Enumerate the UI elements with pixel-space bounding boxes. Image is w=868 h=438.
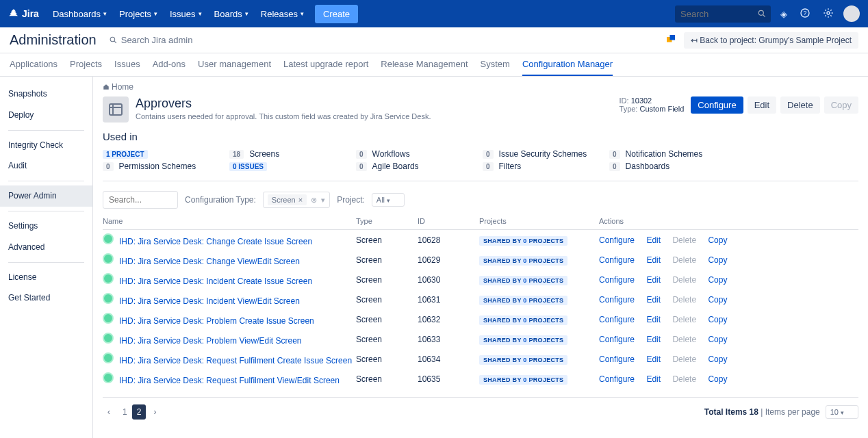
row-name-link[interactable]: IHD: Jira Service Desk: Problem View/Edi… — [119, 336, 302, 346]
global-search-input[interactable] — [675, 5, 771, 23]
edit-button[interactable]: Edit — [748, 96, 776, 114]
header-bar: Administration Search Jira admin ↤ Back … — [0, 27, 868, 53]
shared-badge: SHARED BY 0 PROJECTS — [479, 256, 567, 266]
sidebar-item-power-admin[interactable]: Power Admin — [0, 185, 92, 207]
nav-item-issues[interactable]: Issues▾ — [164, 5, 207, 23]
admin-tab-projects[interactable]: Projects — [70, 53, 102, 76]
breadcrumb-home[interactable]: Home — [103, 82, 133, 92]
row-edit-link[interactable]: Edit — [646, 275, 661, 285]
row-edit-link[interactable]: Edit — [646, 374, 661, 384]
delete-button[interactable]: Delete — [780, 96, 820, 114]
stat-item[interactable]: 0Agile Boards — [356, 160, 483, 172]
chevron-down-icon: ▾ — [199, 10, 202, 17]
stat-item[interactable]: 0 ISSUES — [229, 160, 356, 172]
row-edit-link[interactable]: Edit — [646, 235, 661, 245]
row-copy-link[interactable]: Copy — [708, 235, 727, 245]
project-select[interactable]: All▾ — [372, 193, 405, 207]
sidebar-item-advanced[interactable]: Advanced — [0, 237, 92, 258]
row-edit-link[interactable]: Edit — [646, 295, 661, 305]
clear-icon[interactable]: ⊗ — [311, 196, 317, 205]
row-configure-link[interactable]: Configure — [599, 355, 635, 364]
row-copy-link[interactable]: Copy — [708, 275, 727, 285]
row-configure-link[interactable]: Configure — [599, 335, 635, 344]
admin-tab-user-management[interactable]: User management — [198, 53, 271, 76]
row-name-link[interactable]: IHD: Jira Service Desk: Problem Create I… — [119, 316, 314, 326]
row-name-link[interactable]: IHD: Jira Service Desk: Request Fulfilme… — [119, 376, 340, 385]
admin-tab-applications[interactable]: Applications — [10, 53, 58, 76]
stat-item[interactable]: 0Dashboards — [609, 160, 736, 172]
sidebar-item-get-started[interactable]: Get Started — [0, 287, 92, 309]
admin-tab-system[interactable]: System — [481, 53, 510, 76]
configure-button[interactable]: Configure — [691, 96, 743, 114]
row-copy-link[interactable]: Copy — [708, 355, 727, 364]
row-edit-link[interactable]: Edit — [646, 255, 661, 265]
close-icon[interactable]: × — [298, 196, 303, 204]
row-copy-link[interactable]: Copy — [708, 295, 727, 305]
help-icon[interactable]: ? — [797, 5, 813, 23]
row-name-link[interactable]: IHD: Jira Service Desk: Request Fulfilme… — [119, 356, 352, 365]
row-configure-link[interactable]: Configure — [599, 374, 635, 384]
stat-item[interactable]: 1 PROJECT — [103, 148, 229, 160]
admin-tab-add-ons[interactable]: Add-ons — [153, 53, 186, 76]
row-edit-link[interactable]: Edit — [646, 315, 661, 324]
pager-next[interactable]: › — [149, 404, 161, 420]
admin-tab-latest-upgrade-report[interactable]: Latest upgrade report — [283, 53, 368, 76]
avatar[interactable] — [843, 5, 860, 22]
stat-item[interactable]: 18Screens — [229, 148, 356, 160]
sidebar-item-deploy[interactable]: Deploy — [0, 105, 92, 126]
chevron-down-icon: ▾ — [245, 10, 248, 17]
chevron-down-icon[interactable]: ▾ — [321, 196, 325, 205]
conf-type-select[interactable]: Screen× ⊗ ▾ — [263, 192, 330, 208]
pager-prev[interactable]: ‹ — [103, 404, 115, 420]
stat-item[interactable]: 0Permission Schemes — [103, 160, 229, 172]
admin-tab-configuration-manager[interactable]: Configuration Manager — [522, 53, 613, 76]
admin-tab-release-management[interactable]: Release Management — [381, 53, 468, 76]
stat-item[interactable]: 0Issue Security Schemes — [483, 148, 609, 160]
stat-item[interactable]: 0Filters — [483, 160, 609, 172]
entity-id: 10302 — [631, 96, 652, 105]
nav-item-projects[interactable]: Projects▾ — [114, 5, 163, 23]
nav-item-dashboards[interactable]: Dashboards▾ — [47, 5, 112, 23]
stat-item[interactable]: 0Notification Schemes — [609, 148, 736, 160]
copy-button[interactable]: Copy — [824, 96, 858, 114]
row-copy-link[interactable]: Copy — [708, 255, 727, 265]
sidebar-item-settings[interactable]: Settings — [0, 216, 92, 237]
row-copy-link[interactable]: Copy — [708, 315, 727, 324]
nav-label: Dashboards — [53, 9, 101, 19]
admin-tab-issues[interactable]: Issues — [114, 53, 140, 76]
sidebar-item-integrity-check[interactable]: Integrity Check — [0, 135, 92, 156]
row-name-link[interactable]: IHD: Jira Service Desk: Incident View/Ed… — [119, 296, 300, 306]
pager-page-1[interactable]: 1 — [118, 404, 132, 420]
row-copy-link[interactable]: Copy — [708, 335, 727, 344]
sidebar-item-snapshots[interactable]: Snapshots — [0, 83, 92, 105]
sidebar-item-license[interactable]: License — [0, 267, 92, 288]
row-copy-link[interactable]: Copy — [708, 374, 727, 384]
nav-item-boards[interactable]: Boards▾ — [209, 5, 254, 23]
back-to-project-link[interactable]: ↤ Back to project: Grumpy's Sample Proje… — [684, 32, 858, 49]
row-edit-link[interactable]: Edit — [646, 335, 661, 344]
sidebar-item-audit[interactable]: Audit — [0, 155, 92, 177]
table-row: IHD: Jira Service Desk: Request Fulfilme… — [103, 349, 858, 369]
create-button[interactable]: Create — [315, 5, 358, 23]
stat-label: Dashboards — [626, 162, 670, 171]
stat-item[interactable]: 0Workflows — [356, 148, 483, 160]
row-configure-link[interactable]: Configure — [599, 295, 635, 305]
row-edit-link[interactable]: Edit — [646, 355, 661, 364]
row-configure-link[interactable]: Configure — [599, 255, 635, 265]
row-configure-link[interactable]: Configure — [599, 275, 635, 285]
filter-search-input[interactable] — [103, 191, 178, 209]
row-configure-link[interactable]: Configure — [599, 315, 635, 324]
stat-count: 0 — [356, 162, 367, 171]
row-name-link[interactable]: IHD: Jira Service Desk: Change View/Edit… — [119, 257, 300, 266]
nav-item-releases[interactable]: Releases▾ — [255, 5, 309, 23]
row-configure-link[interactable]: Configure — [599, 235, 635, 245]
discover-icon[interactable]: ◈ — [778, 6, 790, 22]
settings-icon[interactable] — [820, 5, 837, 23]
admin-search[interactable]: Search Jira admin — [109, 35, 193, 45]
jira-logo[interactable]: Jira — [8, 8, 39, 19]
per-page-select[interactable]: 10▾ — [826, 405, 858, 419]
row-name-link[interactable]: IHD: Jira Service Desk: Change Create Is… — [119, 237, 312, 246]
pager-page-2[interactable]: 2 — [132, 404, 146, 420]
row-name-link[interactable]: IHD: Jira Service Desk: Incident Create … — [119, 276, 312, 286]
app-icon[interactable] — [665, 33, 677, 47]
